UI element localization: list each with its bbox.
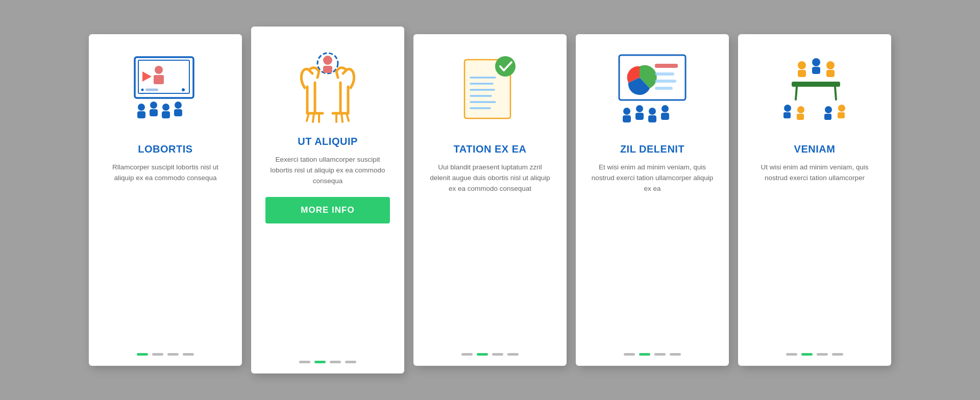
svg-point-46 [623,108,630,115]
card-zil-delenit-text: Et wisi enim ad minim veniam, quis nostr… [590,162,715,194]
svg-rect-9 [137,111,145,118]
svg-rect-6 [145,89,158,91]
card-tation-ex-ea: TATION EX EA Uui blandit praesent luptat… [413,34,567,366]
card-tation-ex-ea-icon [449,49,531,131]
svg-point-63 [784,105,791,112]
card-veniam-dots [786,348,843,356]
svg-line-26 [313,113,314,122]
card-lobortis-icon [125,49,206,131]
card-zil-delenit-title: ZIL DELENIT [620,143,684,155]
svg-point-61 [826,61,835,69]
svg-point-52 [662,105,669,112]
svg-rect-62 [826,70,835,77]
card-veniam-icon [774,49,855,131]
card-lobortis-title: LOBORTIS [138,143,192,155]
svg-rect-66 [797,114,804,120]
dot-0 [461,353,473,356]
svg-point-8 [138,104,145,111]
card-veniam-title: VENIAM [794,143,836,155]
svg-rect-53 [661,113,669,120]
svg-rect-54 [792,82,840,87]
svg-rect-70 [838,112,845,118]
card-ut-aliquip-dots [299,356,356,363]
card-ut-aliquip-text: Eexerci tation ullamcorper suscipit lobo… [265,155,390,187]
card-lobortis: LOBORTIS Rllamcorper suscipit lobortis n… [89,34,242,366]
dot-2 [654,353,666,356]
card-veniam: VENIAM Ut wisi enim ad minim veniam, qui… [738,34,891,366]
svg-point-65 [797,106,804,113]
svg-point-7 [182,88,185,91]
dot-2 [330,361,341,363]
svg-point-48 [636,105,643,112]
more-info-button[interactable]: MORE INFO [265,197,390,223]
svg-rect-47 [623,115,631,122]
dot-3 [507,353,519,356]
dot-0 [299,361,310,363]
svg-point-5 [141,89,144,91]
dot-1 [314,361,326,363]
card-ut-aliquip-title: UT ALIQUIP [298,136,358,147]
card-lobortis-dots [137,348,194,356]
dot-2 [817,353,828,356]
svg-rect-68 [824,114,831,120]
card-tation-title: TATION EX EA [453,143,526,155]
svg-rect-18 [323,66,332,73]
card-zil-delenit-dots [624,348,681,356]
card-ut-aliquip: UT ALIQUIP Eexerci tation ullamcorper su… [251,27,404,373]
dot-3 [832,353,843,356]
card-ut-aliquip-icon [287,42,369,123]
dot-3 [345,361,356,363]
dot-3 [183,353,194,356]
svg-rect-51 [648,115,656,122]
card-lobortis-text: Rllamcorper suscipit lobortis nisl ut al… [103,162,228,184]
dot-3 [670,353,681,356]
dot-1 [801,353,813,356]
svg-rect-15 [174,109,182,116]
svg-marker-4 [142,71,152,82]
svg-point-12 [162,104,169,111]
svg-rect-11 [150,109,158,116]
svg-point-17 [323,56,332,65]
dot-0 [786,353,797,356]
svg-line-56 [835,87,836,99]
dot-1 [639,353,650,356]
svg-line-55 [796,87,797,99]
dot-1 [152,353,163,356]
svg-rect-60 [812,67,820,74]
svg-rect-44 [655,80,676,83]
svg-point-59 [812,58,820,66]
svg-rect-58 [798,70,806,77]
svg-rect-13 [162,111,170,118]
svg-rect-64 [783,112,791,118]
svg-point-67 [825,106,832,113]
svg-point-69 [838,105,845,112]
svg-rect-43 [655,72,674,76]
card-zil-delenit-icon [611,49,693,131]
dot-0 [624,353,635,356]
dot-1 [477,353,488,356]
dot-0 [137,353,148,356]
svg-point-40 [495,56,516,77]
svg-rect-3 [154,75,164,84]
dot-2 [167,353,179,356]
svg-line-29 [341,113,342,122]
svg-point-2 [155,66,163,74]
card-veniam-text: Ut wisi enim ad minim veniam, quis nostr… [752,162,877,184]
svg-point-10 [150,102,157,109]
svg-rect-45 [655,87,673,90]
svg-rect-42 [655,64,678,68]
svg-point-14 [175,102,182,109]
dot-2 [492,353,503,356]
svg-point-50 [649,108,656,115]
cards-container: LOBORTIS Rllamcorper suscipit lobortis n… [58,6,922,394]
card-tation-text: Uui blandit praesent luptatum zzril dele… [428,162,552,194]
svg-rect-49 [635,113,644,120]
card-tation-dots [461,348,519,356]
svg-point-57 [798,61,806,69]
card-zil-delenit: ZIL DELENIT Et wisi enim ad minim veniam… [576,34,729,366]
